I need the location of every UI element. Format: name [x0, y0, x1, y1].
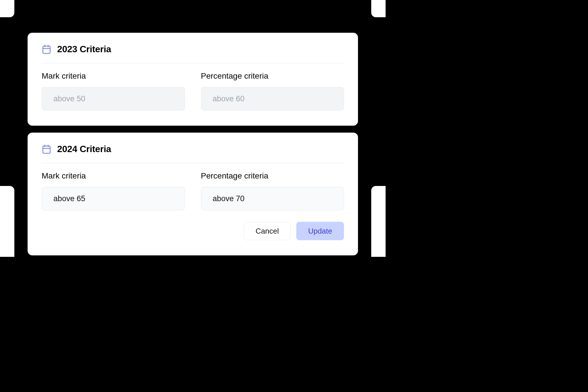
side-panel-fragment: [0, 186, 14, 257]
side-panel-fragment: [0, 0, 14, 17]
cancel-button[interactable]: Cancel: [244, 222, 291, 240]
criteria-card-2024: 2024 Criteria Mark criteria Percentage c…: [28, 133, 358, 255]
mark-criteria-input: [42, 87, 185, 110]
field-label: Percentage criteria: [201, 71, 344, 81]
percentage-criteria-input[interactable]: [201, 187, 344, 210]
button-row: Cancel Update: [42, 222, 344, 240]
field-label: Mark criteria: [42, 71, 185, 81]
field-label: Mark criteria: [42, 171, 185, 181]
fields-row: Mark criteria Percentage criteria: [42, 71, 344, 110]
field-percentage-criteria: Percentage criteria: [201, 171, 344, 210]
side-panel-fragment: [371, 186, 386, 257]
percentage-criteria-input: [201, 87, 344, 110]
calendar-icon: [42, 44, 51, 54]
card-header: 2023 Criteria: [42, 44, 344, 63]
card-header: 2024 Criteria: [42, 144, 344, 163]
field-mark-criteria: Mark criteria: [42, 171, 185, 210]
card-title: 2024 Criteria: [57, 144, 111, 154]
side-panel-fragment: [371, 0, 386, 17]
update-button[interactable]: Update: [296, 222, 344, 240]
criteria-card-2023: 2023 Criteria Mark criteria Percentage c…: [28, 33, 358, 126]
field-mark-criteria: Mark criteria: [42, 71, 185, 110]
field-percentage-criteria: Percentage criteria: [201, 71, 344, 110]
fields-row: Mark criteria Percentage criteria: [42, 171, 344, 210]
field-label: Percentage criteria: [201, 171, 344, 181]
calendar-icon: [42, 144, 51, 154]
criteria-list: 2023 Criteria Mark criteria Percentage c…: [28, 0, 358, 257]
mark-criteria-input[interactable]: [42, 187, 185, 210]
svg-rect-0: [43, 46, 50, 53]
svg-rect-4: [43, 146, 50, 153]
card-title: 2023 Criteria: [57, 44, 111, 55]
